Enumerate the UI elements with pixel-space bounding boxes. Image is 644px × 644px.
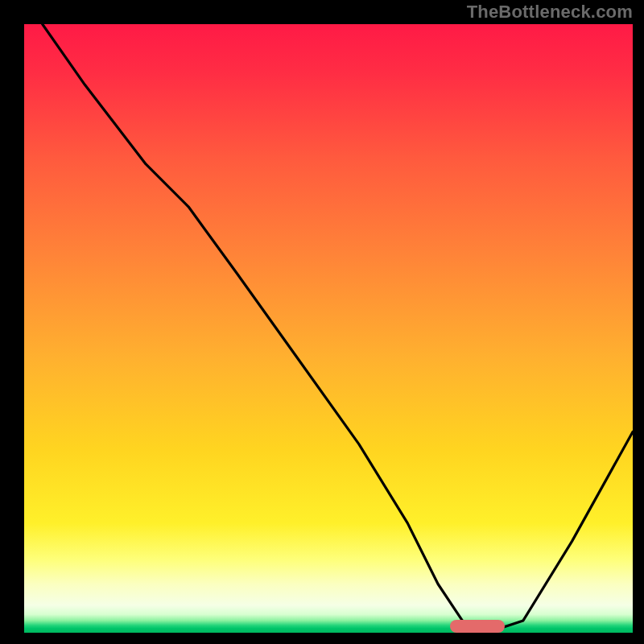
plot-area — [24, 24, 633, 633]
curve-layer — [24, 24, 633, 633]
optimal-range-marker — [450, 620, 505, 633]
watermark-text: TheBottleneck.com — [467, 2, 633, 23]
bottleneck-curve-path — [43, 24, 633, 633]
chart-frame: TheBottleneck.com — [0, 0, 644, 644]
